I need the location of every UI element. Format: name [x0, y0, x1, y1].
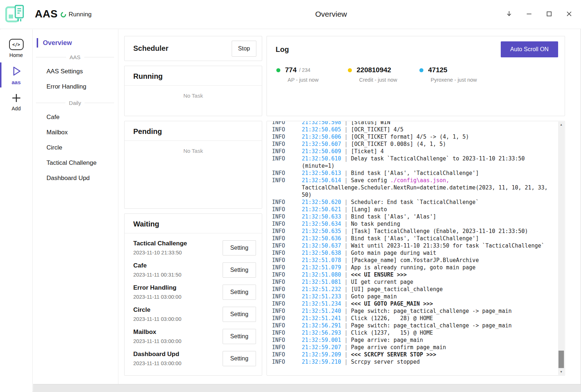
- log-message: Scheduler: End task `TacticalChallenge`: [351, 199, 479, 205]
- stat-top-row: 47125: [419, 66, 491, 74]
- log-message: Bind task ['Alas', 'Alas']: [351, 213, 436, 220]
- log-level: INFO: [272, 271, 285, 278]
- log-line: INFO21:32:50.633 | Bind task ['Alas', 'A…: [272, 213, 554, 220]
- log-scrollbar[interactable]: ▲ ▼: [558, 122, 564, 375]
- setting-button[interactable]: Setting: [223, 285, 256, 300]
- waiting-task-info: Error Handling2023-11-11 03:00:00: [133, 284, 182, 300]
- log-separator: |: [341, 170, 351, 176]
- log-timestamp: 21:32:51.232: [302, 286, 341, 293]
- log-message: [Package_name] com.YostarJP.BlueArchive: [351, 257, 479, 264]
- log-timestamp: 21:32:51.241: [302, 315, 341, 322]
- play-icon: [11, 65, 22, 77]
- close-icon[interactable]: [563, 6, 575, 22]
- waiting-task-row: Mailbox2023-11-11 03:00:00Setting: [133, 327, 256, 346]
- log-timestamp: 21:32:59.207: [302, 344, 341, 351]
- log-message: Click (1226, 28) @ HOME: [351, 315, 433, 322]
- stat-value: 47125: [428, 66, 447, 74]
- update-download-icon[interactable]: [503, 6, 515, 22]
- log-timestamp: 21:32:59.209: [302, 351, 341, 358]
- dashboard-stat: 47125Pyroxene - just now: [419, 66, 491, 83]
- scrollbar-thumb[interactable]: [558, 351, 564, 368]
- log-timestamp: 21:32:51.081: [302, 279, 341, 285]
- scroll-up-icon[interactable]: ▲: [558, 122, 564, 128]
- log-line: INFO21:32:51.240 | Page switch: page_tac…: [272, 307, 554, 315]
- waiting-task-name: Tactical Challenge: [133, 240, 187, 247]
- log-separator: |: [341, 221, 351, 227]
- log-line: INFO21:32:50.634 | No task pending: [272, 220, 554, 228]
- menu-item-cafe[interactable]: Cafe: [33, 110, 118, 125]
- pending-card: Pending No Task: [124, 121, 262, 209]
- pending-title: Pending: [125, 121, 262, 141]
- log-message: UI get current page: [351, 279, 413, 285]
- log-line: INFO21:32:50.605 | [OCR_TICKET] 4/5: [272, 126, 554, 133]
- menu-item-mailbox[interactable]: Mailbox: [33, 125, 118, 140]
- menu-item-aas-settings[interactable]: AAS Settings: [33, 64, 118, 79]
- maximize-icon[interactable]: [543, 6, 555, 22]
- rail-item-home[interactable]: </> Home: [0, 34, 32, 61]
- menu-item-circle[interactable]: Circle: [33, 140, 118, 155]
- waiting-task-time: 2023-11-11 03:00:00: [133, 316, 182, 322]
- log-timestamp: 21:32:50.614: [302, 177, 341, 184]
- divider-line: [84, 57, 114, 57]
- scroll-down-icon[interactable]: ▼: [558, 369, 564, 375]
- menu-group-label: AAS: [70, 54, 81, 60]
- log-line: INFO21:32:50.609 | [Ticket] 4: [272, 148, 554, 155]
- log-level: INFO: [272, 155, 285, 162]
- log-separator: |: [341, 279, 351, 285]
- log-level: INFO: [272, 235, 285, 242]
- log-timestamp: 21:32:50.620: [302, 199, 341, 205]
- log-message: [Lang] auto: [351, 206, 387, 213]
- rail-item-aas[interactable]: aas: [0, 61, 32, 88]
- log-separator: |: [341, 213, 351, 220]
- log-line: INFO21:32:50.621 | [Lang] auto: [272, 206, 554, 213]
- menu-item-dashboard-upd[interactable]: Dashboard Upd: [33, 171, 118, 186]
- rail-item-add[interactable]: Add: [0, 88, 32, 114]
- setting-button[interactable]: Setting: [223, 307, 256, 322]
- config-menu: Overview AASAAS SettingsError HandlingDa…: [33, 29, 118, 384]
- stop-button[interactable]: Stop: [232, 41, 256, 57]
- menu-item-tactical-challenge[interactable]: Tactical Challenge: [33, 155, 118, 171]
- log-separator: |: [341, 337, 351, 343]
- stat-caption: AP - just now: [288, 77, 348, 83]
- log-timestamp: 21:32:50.598: [302, 121, 341, 126]
- log-line: INFO21:32:51.241 | Click (1226, 28) @ HO…: [272, 315, 554, 322]
- log-line: INFO21:32:50.636 | Bind task ['Alas', 'T…: [272, 235, 554, 242]
- scheduler-title: Scheduler: [133, 44, 168, 53]
- log-line: INFO21:32:50.607 | [OCR_TICKET 0.008s] (…: [272, 140, 554, 148]
- log-timestamp: 21:32:50.607: [302, 141, 341, 147]
- log-line: INFO21:32:51.078 | [Package_name] com.Yo…: [272, 257, 554, 264]
- log-level: INFO: [272, 242, 285, 249]
- auto-scroll-button[interactable]: Auto Scroll ON: [501, 41, 558, 57]
- divider-line: [85, 103, 114, 103]
- setting-button[interactable]: Setting: [223, 351, 256, 366]
- minimize-icon[interactable]: [523, 6, 535, 22]
- log-separator: |: [341, 264, 351, 271]
- setting-button[interactable]: Setting: [223, 262, 256, 278]
- waiting-task-time: 2023-11-10 21:33:50: [133, 250, 187, 256]
- log-message: [UI] page_tactical_challenge: [351, 286, 443, 293]
- window-controls: [503, 6, 575, 22]
- menu-item-overview[interactable]: Overview: [33, 37, 118, 49]
- log-level: INFO: [272, 315, 285, 322]
- log-message: <<< UI ENSURE >>>: [351, 271, 407, 278]
- waiting-task-name: Dashboard Upd: [133, 351, 182, 358]
- setting-button[interactable]: Setting: [223, 240, 256, 256]
- log-message: Wait until 2023-11-10 21:33:50 for task …: [351, 242, 544, 249]
- waiting-task-info: Dashboard Upd2023-11-11 03:00:00: [133, 351, 182, 366]
- log-level: INFO: [272, 344, 285, 351]
- log-level: INFO: [272, 170, 285, 177]
- bottom-scrollbar[interactable]: [33, 384, 581, 392]
- log-level: INFO: [272, 148, 285, 155]
- menu-group-divider: Daily: [36, 100, 114, 106]
- nav-rail: </> Home aas Add: [0, 29, 33, 392]
- menu-item-error-handling[interactable]: Error Handling: [33, 79, 118, 94]
- divider-line: [36, 57, 66, 57]
- log-separator: |: [341, 301, 351, 307]
- log-level: INFO: [272, 199, 285, 206]
- waiting-task-info: Cafe2023-11-11 00:31:50: [133, 262, 182, 278]
- setting-button[interactable]: Setting: [223, 329, 256, 344]
- log-level: INFO: [272, 286, 285, 293]
- log-separator: |: [341, 308, 351, 314]
- log-message: [Task] TacticalChallenge (Enable, 2023-1…: [351, 228, 528, 234]
- waiting-task-name: Cafe: [133, 262, 182, 269]
